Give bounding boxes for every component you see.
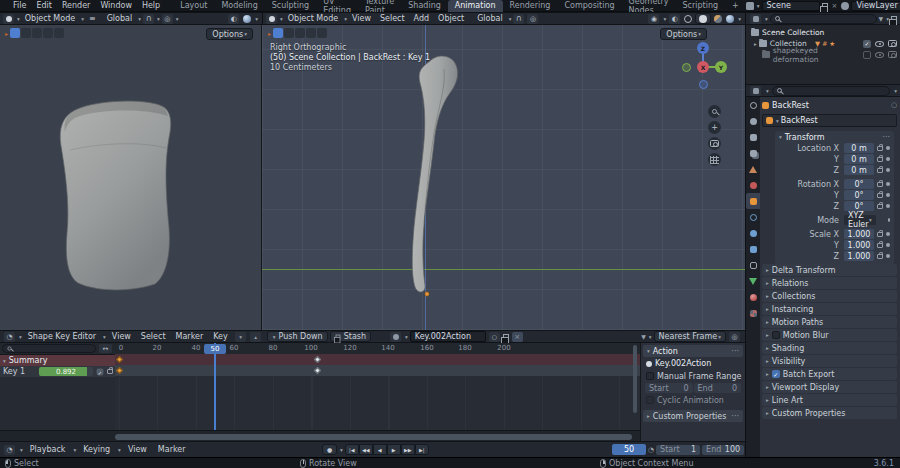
hide-viewport-eye-icon[interactable] [875,52,884,58]
channel-key-row[interactable]: Key 1 0.892 ✓ [0,366,115,377]
editor-type-caret[interactable]: ▾ [17,16,20,22]
section-collections[interactable]: ▸Collections [762,290,897,302]
tweak-tool-icon[interactable]: ▸ [5,30,8,37]
snap-caret[interactable]: ▾ [157,16,160,22]
navigation-gizmo[interactable]: Z Y X [681,45,727,91]
tab-scripting[interactable]: Scripting [675,0,725,12]
editor-type-3dview-icon[interactable] [266,14,277,24]
scale-y-field[interactable]: 1.000 [844,240,874,250]
action-name-field[interactable]: Key.002Action [410,331,486,342]
outliner-search-input[interactable] [770,14,877,24]
select-mode-paint[interactable] [317,28,327,38]
orientation-selector[interactable]: Global [103,14,137,23]
animate-dot[interactable] [886,157,890,161]
tab-particles[interactable] [746,225,760,241]
object-label[interactable]: shapekeyed deformation [773,46,863,64]
tab-physics[interactable] [746,241,760,257]
shading-solid-active[interactable] [695,13,711,24]
scale-z-field[interactable]: 1.000 [844,251,874,261]
shading-caret[interactable]: ▾ [255,16,258,22]
section-motion-blur[interactable]: ▸Motion Blur [762,329,897,341]
jump-to-end-button[interactable]: ▶| [415,444,429,455]
menu-window[interactable]: Window [95,1,137,10]
lock-icon[interactable] [877,182,883,187]
pivot-caret[interactable]: ▾ [663,16,666,22]
fake-user-icon[interactable]: ○ [489,332,500,342]
menu-select[interactable]: Select [376,14,409,23]
hscroll-thumb[interactable] [115,434,632,440]
breadcrumb-object-name[interactable]: BackRest [772,101,809,110]
rotation-x-field[interactable]: 0° [844,179,874,189]
editor-type-caret[interactable]: ▾ [280,16,283,22]
end-frame-field[interactable]: End100 [702,445,744,455]
display-mode-caret[interactable]: ▾ [765,16,768,22]
viewport-left-canvas[interactable]: ▸ Options▾ [0,25,262,330]
manual-frame-range-checkbox[interactable] [646,372,654,380]
animate-dot[interactable] [886,254,890,258]
gizmo-z-ball[interactable]: Z [697,42,709,54]
start-frame-field[interactable]: Start1 [656,445,700,455]
tab-uv-editing[interactable]: UV Editing [316,0,358,12]
gizmo-x-ball[interactable]: X [697,61,709,73]
select-mode-circle[interactable] [32,28,42,38]
section-viewport-display[interactable]: ▸Viewport Display [762,381,897,393]
end-frame-field[interactable]: End0 [694,383,742,393]
location-z-field[interactable]: 0 m [844,165,874,175]
tab-compositing[interactable]: Compositing [557,0,621,12]
cyclic-animation-checkbox[interactable] [646,396,654,404]
section-relations[interactable]: ▸Relations [762,277,897,289]
editor-type-caret[interactable]: ▾ [19,334,22,340]
filter-funnel-icon[interactable]: ▼ [879,15,884,22]
animate-dot[interactable] [886,182,890,186]
gizmo-z-neg-ball[interactable] [699,80,708,89]
transform-panel-header[interactable]: ▾ Transform ··· [775,131,894,143]
new-collection-icon[interactable] [891,16,897,22]
play-button[interactable]: ▶ [387,444,401,455]
tab-modifiers[interactable] [746,209,760,225]
pan-hand-icon[interactable]: + [708,121,721,134]
unlink-action-icon[interactable]: × [512,332,523,342]
tab-texture-paint[interactable]: Texture Paint [358,0,401,12]
options-dropdown[interactable]: Options▾ [206,28,253,40]
mode-selector[interactable]: Object Mode [21,14,79,23]
camera-view-icon[interactable] [708,137,721,150]
lock-icon[interactable] [877,254,883,259]
orientation-selector[interactable]: Global [473,14,507,23]
show-gizmo-icon[interactable]: ◐ [669,14,680,24]
shapekey-value-slider[interactable]: 0.892 [39,367,93,376]
menu-help[interactable]: Help [137,1,165,10]
select-mode-lasso[interactable] [306,28,316,38]
panel-menu-icon[interactable]: ··· [731,412,739,421]
disable-render-camera-icon[interactable] [888,40,897,47]
editor-type-caret[interactable]: ▾ [20,447,23,453]
channel-enable-checkbox[interactable]: ✓ [97,368,104,375]
prev-keyframe-button[interactable]: ◀◀ [359,444,373,455]
select-mode-box[interactable] [21,28,31,38]
custom-properties-panel-header[interactable]: ▸ Custom Properties ··· [643,410,743,422]
push-down-button[interactable]: ▾Push Down [267,331,328,342]
section-delta-transform[interactable]: ▸Delta Transform [762,264,897,276]
mode-selector[interactable]: Object Mode [284,14,342,23]
move-channel-down-button[interactable]: ▾ [235,332,246,342]
manual-frame-range-row[interactable]: Manual Frame Range [643,370,743,382]
scene-dropdown-caret[interactable]: ▾ [757,3,760,9]
scale-x-field[interactable]: 1.000 [844,229,874,239]
use-preview-range-icon[interactable]: ◔ [648,446,654,454]
rotation-z-field[interactable]: 0° [844,201,874,211]
expand-icon[interactable]: ▸ [754,41,757,47]
shading-material-icon[interactable] [714,15,722,23]
new-scene-icon[interactable] [822,3,828,9]
lock-icon[interactable] [877,232,883,237]
move-channel-up-button[interactable]: ▴ [250,332,261,342]
viewlayer-name-field[interactable]: ViewLayer [851,1,900,11]
proportional-edit-icon[interactable]: ◎ [527,14,538,24]
menu-view[interactable]: View [348,14,375,23]
options-dropdown[interactable]: Options▾ [660,28,707,40]
rotation-mode-dropdown[interactable]: XYZ Euler▾ [844,215,876,225]
select-mode-paint[interactable] [54,28,64,38]
shading-caret[interactable]: ▾ [738,16,741,22]
lock-icon[interactable] [107,369,113,374]
select-mode-tweak[interactable] [10,28,20,38]
lock-icon[interactable] [877,193,883,198]
start-frame-field[interactable]: Start0 [645,383,693,393]
